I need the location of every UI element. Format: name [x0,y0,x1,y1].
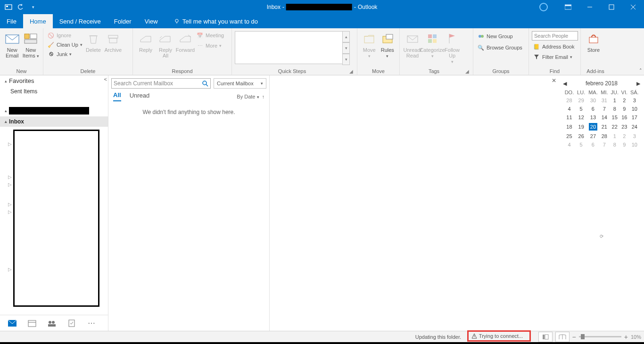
calendar-day[interactable]: 20 [586,122,599,132]
calendar-day[interactable]: 13 [586,113,599,122]
nav-tasks-icon[interactable] [67,319,76,328]
calendar-grid[interactable]: DO.LU.MA.MI.JU.VI.SÁ. 282930311234567891… [563,89,640,149]
folder-expand-icon[interactable]: ▷ [8,182,12,187]
calendar-day[interactable]: 30 [586,96,599,105]
calendar-day[interactable]: 16 [620,113,629,122]
calendar-day[interactable]: 26 [576,132,587,140]
calendar-day[interactable]: 18 [563,122,576,132]
nav-calendar-icon[interactable] [27,319,37,328]
calendar-day[interactable]: 4 [563,140,576,149]
calendar-day[interactable]: 29 [576,96,587,105]
new-items-button[interactable]: New Items ▾ [22,30,41,59]
maximize-button[interactable] [601,0,622,14]
folder-expand-icon[interactable]: ▷ [8,174,12,180]
archive-button[interactable]: Archive [103,30,123,54]
calendar-day[interactable]: 6 [586,105,599,113]
calendar-day[interactable]: 7 [599,140,609,149]
search-scope-dropdown[interactable]: Current Mailbox▾ [214,78,266,89]
calendar-day[interactable]: 12 [576,113,587,122]
search-icon[interactable] [202,80,208,87]
view-reading-button[interactable] [555,332,570,342]
reply-all-button[interactable]: Reply All [156,30,175,59]
calendar-day[interactable]: 9 [620,105,629,113]
categorize-button[interactable]: Categorize▾ [422,30,442,60]
more-respond-button[interactable]: ⋯More▾ [195,41,225,50]
calendar-day[interactable]: 5 [576,140,587,149]
calendar-next-icon[interactable]: ▶ [636,81,640,87]
cortana-icon[interactable] [539,3,548,11]
view-normal-button[interactable] [538,332,553,342]
new-email-button[interactable]: New Email [3,30,22,59]
forward-button[interactable]: Forward [175,30,195,54]
tab-home[interactable]: Home [23,14,53,28]
address-book-button[interactable]: 📒Address Book [532,42,575,51]
calendar-prev-icon[interactable]: ◀ [563,81,567,87]
tab-view[interactable]: View [138,14,165,28]
tab-folder[interactable]: Folder [107,14,138,28]
search-people-input[interactable]: Search People [532,31,578,41]
calendar-day[interactable]: 19 [576,122,587,132]
account-header[interactable]: ▴ [0,105,108,116]
calendar-day[interactable]: 1 [609,132,620,140]
rules-button[interactable]: Rules▾ [379,30,397,60]
zoom-in-button[interactable]: + [624,333,628,341]
calendar-day[interactable]: 3 [629,132,640,140]
move-button[interactable]: Move▾ [360,30,379,60]
new-group-button[interactable]: New Group [476,32,514,41]
todo-bar-close-icon[interactable]: ✕ [552,77,556,84]
calendar-day[interactable]: 2 [620,96,629,105]
undo-icon[interactable] [16,2,25,12]
cleanup-button[interactable]: 🧹Clean Up▾ [46,41,83,49]
calendar-day[interactable]: 27 [586,132,599,140]
close-button[interactable] [622,0,644,14]
calendar-day[interactable]: 3 [629,96,640,105]
ribbon-collapse-button[interactable]: ˄ [639,68,642,74]
tab-file[interactable]: File [0,14,23,28]
calendar-day[interactable]: 4 [563,105,576,113]
filter-unread[interactable]: Unread [130,92,150,101]
tags-launcher-icon[interactable]: ◢ [465,69,470,74]
folder-expand-icon[interactable]: ▷ [8,141,12,147]
calendar-day[interactable]: 6 [586,140,599,149]
calendar-day[interactable]: 8 [609,105,620,113]
calendar-day[interactable]: 22 [609,122,620,132]
junk-button[interactable]: 🛇Junk▾ [46,50,83,58]
tell-me-search[interactable]: Tell me what you want to do [165,14,258,28]
calendar-day[interactable]: 9 [620,140,629,149]
calendar-day[interactable]: 10 [629,140,640,149]
quick-steps-expand[interactable]: ▾ [342,54,350,65]
nav-sent-items[interactable]: Sent Items [0,86,108,97]
calendar-day[interactable]: 14 [599,113,609,122]
ribbon-display-options-button[interactable] [557,0,579,14]
calendar-day[interactable]: 15 [609,113,620,122]
ignore-button[interactable]: 🚫Ignore [46,31,83,40]
calendar-day[interactable]: 25 [563,132,576,140]
nav-mail-icon[interactable] [8,319,17,328]
calendar-day[interactable]: 23 [620,122,629,132]
nav-inbox[interactable]: ▴Inbox [0,116,108,127]
tab-send-receive[interactable]: Send / Receive [53,14,107,28]
folder-expand-icon[interactable]: ▷ [8,267,12,272]
delete-button[interactable]: Delete [83,30,103,54]
browse-groups-button[interactable]: 🔍Browse Groups [476,43,523,52]
calendar-day[interactable]: 8 [609,140,620,149]
calendar-day[interactable]: 24 [629,122,640,132]
calendar-day[interactable]: 11 [563,113,576,122]
folder-expand-icon[interactable]: ▷ [8,202,12,207]
folder-pane-collapse-icon[interactable]: < [104,76,107,82]
minimize-button[interactable] [579,0,601,14]
calendar-day[interactable]: 7 [599,105,609,113]
quick-steps-gallery[interactable]: ▴ ▾ ▾ [235,31,350,64]
quick-steps-scroll-down[interactable]: ▾ [342,42,350,54]
reply-button[interactable]: Reply [136,30,156,54]
zoom-slider[interactable] [579,336,621,337]
sort-by-button[interactable]: By Date ▾ [237,94,259,99]
nav-more-icon[interactable]: ⋯ [87,319,96,328]
calendar-day[interactable]: 28 [563,96,576,105]
search-mailbox-input[interactable]: Search Current Mailbox [111,78,211,89]
calendar-day[interactable]: 10 [629,105,640,113]
sort-direction-icon[interactable]: ↑ [262,94,265,99]
qat-customize-icon[interactable]: ▾ [28,2,38,12]
calendar-day[interactable]: 2 [620,132,629,140]
filter-email-button[interactable]: Filter Email▾ [532,53,573,61]
